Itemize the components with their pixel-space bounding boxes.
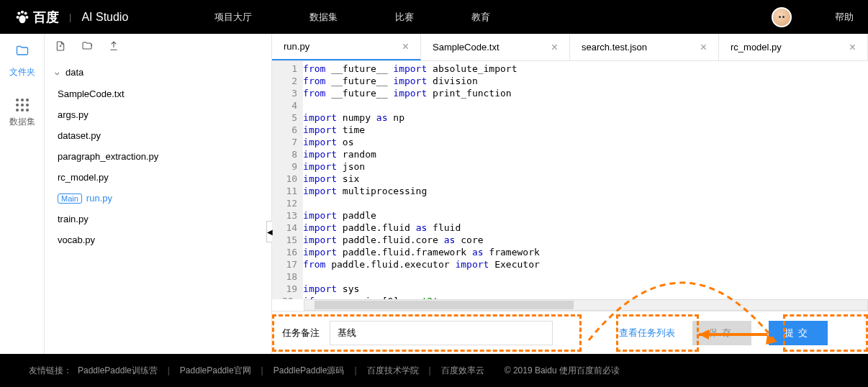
- footer-link[interactable]: PaddlePaddle官网: [180, 365, 251, 377]
- code-area[interactable]: 1234567891011121314151617181920▾21222324…: [272, 61, 868, 299]
- leftnav-files-label: 文件夹: [9, 66, 35, 78]
- svg-point-1: [21, 10, 24, 13]
- tab-run[interactable]: run.py×: [272, 34, 421, 60]
- baidu-text: 百度: [33, 9, 59, 26]
- main-badge: Main: [58, 194, 82, 204]
- main: 文件夹 数据集 ⌵ data SampleCode.txt args.p: [0, 34, 868, 354]
- tree-file[interactable]: train.py: [55, 209, 271, 229]
- leftnav-datasets[interactable]: 数据集: [0, 88, 44, 138]
- view-task-list-link[interactable]: 查看任务列表: [619, 327, 675, 340]
- left-nav: 文件夹 数据集: [0, 34, 45, 354]
- bottom-bar: 任务备注 查看任务列表 保存 提交: [272, 311, 868, 354]
- leftnav-files[interactable]: 文件夹: [0, 34, 44, 88]
- collapse-handle[interactable]: ◀: [266, 221, 272, 242]
- tree-file[interactable]: rc_model.py: [55, 167, 271, 188]
- close-icon[interactable]: ×: [551, 41, 558, 54]
- tree-file-run[interactable]: Mainrun.py: [55, 188, 271, 209]
- tab-label: SampleCode.txt: [433, 42, 499, 53]
- close-icon[interactable]: ×: [849, 41, 856, 54]
- tree-file[interactable]: vocab.py: [55, 229, 271, 250]
- task-note-input[interactable]: [330, 321, 553, 345]
- editor-area: ◀ run.py× SampleCode.txt× search.test.js…: [272, 34, 868, 354]
- close-icon[interactable]: ×: [402, 40, 409, 53]
- svg-point-4: [25, 15, 28, 18]
- scrollbar-thumb[interactable]: [315, 301, 574, 309]
- main-file-name: run.py: [86, 193, 112, 204]
- dots-icon: [16, 99, 29, 111]
- tab-samplecode[interactable]: SampleCode.txt×: [421, 34, 570, 60]
- folder-icon: [15, 44, 30, 62]
- svg-point-5: [19, 15, 25, 23]
- nav-education[interactable]: 教育: [471, 11, 490, 24]
- top-nav: 百度 | AI Studio 项目大厅 数据集 比赛 教育 帮助: [0, 0, 868, 34]
- save-button[interactable]: 保存: [692, 321, 751, 345]
- nav-help[interactable]: 帮助: [835, 11, 854, 24]
- logo-divider: |: [69, 12, 71, 22]
- svg-point-2: [24, 12, 27, 14]
- footer-link[interactable]: PaddlePaddle训练营: [78, 365, 158, 377]
- tab-rcmodel[interactable]: rc_model.py×: [719, 34, 868, 60]
- leftnav-datasets-label: 数据集: [9, 116, 35, 128]
- tree-file[interactable]: args.py: [55, 104, 271, 125]
- footer-copyright: © 2019 Baidu 使用百度前必读: [505, 365, 620, 377]
- nav-projects[interactable]: 项目大厅: [214, 11, 252, 24]
- task-label: 任务备注: [282, 327, 320, 340]
- code-lines[interactable]: from __future__ import absolute_importfr…: [303, 61, 868, 299]
- chevron-down-icon: ⌵: [55, 68, 60, 77]
- tab-bar: run.py× SampleCode.txt× search.test.json…: [272, 34, 868, 61]
- avatar[interactable]: [772, 7, 792, 27]
- tree-file[interactable]: SampleCode.txt: [55, 83, 271, 104]
- tab-searchtest[interactable]: search.test.json×: [570, 34, 719, 60]
- tab-label: run.py: [284, 41, 309, 52]
- footer-prefix: 友情链接：: [29, 365, 72, 377]
- svg-point-0: [17, 12, 20, 14]
- footer-link[interactable]: 百度效率云: [441, 365, 484, 377]
- tree-file[interactable]: paragraph_extraction.py: [55, 146, 271, 167]
- nav-datasets[interactable]: 数据集: [309, 11, 338, 24]
- close-icon[interactable]: ×: [700, 41, 707, 54]
- baidu-logo[interactable]: 百度: [14, 9, 59, 26]
- upload-icon[interactable]: [108, 40, 119, 55]
- paw-icon: [14, 9, 30, 25]
- nav-right: 帮助: [772, 7, 854, 27]
- file-panel: ⌵ data SampleCode.txt args.py dataset.py…: [45, 34, 272, 354]
- tab-label: search.test.json: [582, 42, 647, 53]
- footer: 友情链接： PaddlePaddle训练营| PaddlePaddle官网| P…: [0, 354, 868, 387]
- file-toolbar: [45, 34, 271, 61]
- nav-competitions[interactable]: 比赛: [395, 11, 414, 24]
- product-name: AI Studio: [81, 11, 128, 24]
- tree-folder-data[interactable]: ⌵ data: [55, 61, 271, 83]
- submit-button[interactable]: 提交: [769, 321, 828, 345]
- folder-name: data: [65, 67, 83, 78]
- tab-label: rc_model.py: [731, 42, 782, 53]
- footer-link[interactable]: PaddlePaddle源码: [273, 365, 345, 377]
- tree-file[interactable]: dataset.py: [55, 125, 271, 146]
- svg-point-3: [17, 15, 19, 18]
- footer-link[interactable]: 百度技术学院: [367, 365, 419, 377]
- new-folder-icon[interactable]: [81, 40, 94, 55]
- nav-items: 项目大厅 数据集 比赛 教育: [214, 11, 490, 24]
- horizontal-scrollbar[interactable]: [304, 299, 868, 311]
- file-tree: ⌵ data SampleCode.txt args.py dataset.py…: [45, 61, 271, 354]
- logo-area: 百度 | AI Studio: [14, 9, 128, 26]
- new-file-icon[interactable]: [55, 40, 66, 55]
- gutter: 1234567891011121314151617181920▾21222324: [272, 61, 303, 299]
